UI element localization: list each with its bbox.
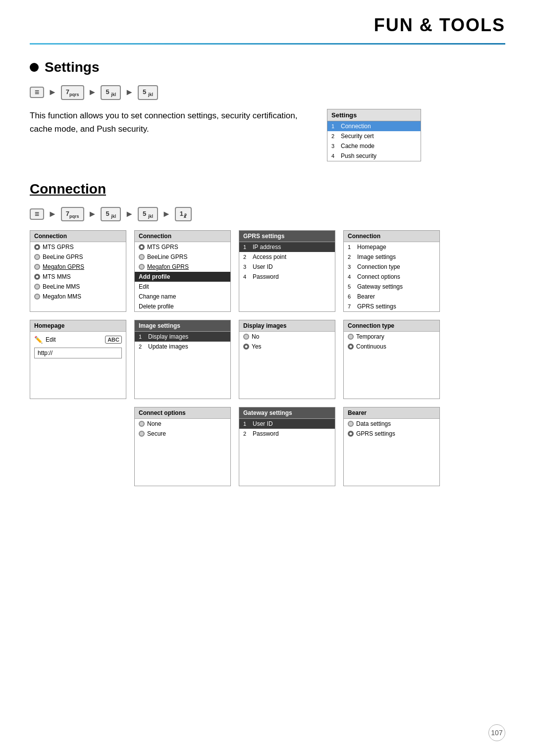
conn-sub-bearer[interactable]: 6 Bearer xyxy=(344,292,439,302)
header-title: FUN & TOOLS xyxy=(30,15,505,36)
conn-nav-arrow-3: ► xyxy=(125,209,134,219)
conn-nav-arrow-2: ► xyxy=(88,209,97,219)
settings-description: This function allows you to set connecti… xyxy=(30,109,307,136)
conn-mts-gprs: MTS GPRS xyxy=(30,242,126,252)
gprs-settings-screen: GPRS settings 1 IP address 2 Access poin… xyxy=(239,230,335,312)
conn-type-temporary[interactable]: Temporary xyxy=(344,332,439,342)
gprs-access-point[interactable]: 2 Access point xyxy=(239,252,335,262)
conn-screen1-header: Connection xyxy=(30,231,126,242)
radio2-mts-gprs xyxy=(139,244,145,250)
gprs-ip-address[interactable]: 1 IP address xyxy=(239,242,335,252)
item-num-3: 3 xyxy=(331,143,338,149)
page-number: 107 xyxy=(488,724,505,741)
bearer-gprs-settings[interactable]: GPRS settings xyxy=(344,429,439,439)
page-header: FUN & TOOLS xyxy=(0,0,535,41)
conn2-change-name[interactable]: Change name xyxy=(135,292,230,302)
settings-nav-breadcrumb: ☰ ► 7pqrs ► 5 jkl ► 5 jkl xyxy=(30,85,505,100)
connection-screen-1: Connection MTS GPRS BeeLine GPRS Megafon… xyxy=(30,230,126,312)
nav-menu-box: ☰ xyxy=(30,87,44,98)
connection-section-title: Connection xyxy=(30,181,505,197)
display-images-screen: Display images No Yes xyxy=(239,320,335,399)
connection-screens-row1: Connection MTS GPRS BeeLine GPRS Megafon… xyxy=(30,230,505,312)
connection-screens-row3: Connect options None Secure Gateway sett… xyxy=(134,407,505,486)
connection-screen-2: Connection MTS GPRS BeeLine GPRS Megafon… xyxy=(134,230,231,312)
conn-sub-connect-options[interactable]: 4 Connect options xyxy=(344,272,439,282)
settings-push-label: Push security xyxy=(341,152,376,159)
connection-submenu-screen: Connection 1 Homepage 2 Image settings 3… xyxy=(343,230,440,312)
conn-sub-image-settings[interactable]: 2 Image settings xyxy=(344,252,439,262)
conn-screen2-header: Connection xyxy=(135,231,230,242)
settings-connection-label: Connection xyxy=(341,123,371,130)
conn-sub-connection-type[interactable]: 3 Connection type xyxy=(344,262,439,272)
nav-arrow-2: ► xyxy=(88,87,97,98)
conn-sub-homepage[interactable]: 1 Homepage xyxy=(344,242,439,252)
conn-nav-1-box: 1☧ xyxy=(175,207,192,222)
gateway-password[interactable]: 2 Password xyxy=(239,429,335,439)
display-images-no[interactable]: No xyxy=(239,332,335,342)
connect-opt-none[interactable]: None xyxy=(135,419,230,429)
radio-megafon-mms xyxy=(34,294,40,300)
bullet-icon xyxy=(30,63,39,72)
main-content: Settings ☰ ► 7pqrs ► 5 jkl ► 5 jkl This … xyxy=(0,45,535,509)
nav-arrow-1: ► xyxy=(48,87,57,98)
conn-nav-menu-box: ☰ xyxy=(30,208,44,220)
display-images-yes[interactable]: Yes xyxy=(239,342,335,352)
radio-mts-mms xyxy=(34,274,40,280)
homepage-header: Homepage xyxy=(30,320,126,332)
homepage-edit-label[interactable]: Edit xyxy=(46,336,56,343)
item-num-1: 1 xyxy=(331,123,338,129)
radio-none xyxy=(139,421,145,427)
image-settings-header: Image settings xyxy=(135,320,230,332)
image-update-images[interactable]: 2 Update images xyxy=(135,342,230,352)
conn-nav-arrow-1: ► xyxy=(48,209,57,219)
nav-5jkl-box2: 5 jkl xyxy=(138,85,158,100)
image-settings-screen: Image settings 1 Display images 2 Update… xyxy=(134,320,231,399)
nav-arrow-3: ► xyxy=(125,87,134,98)
conn-nav-7pqrs-box: 7pqrs xyxy=(61,207,84,222)
connection-nav-breadcrumb: ☰ ► 7pqrs ► 5 jkl ► 5 jkl ► 1☧ xyxy=(30,207,505,222)
item-num-4: 4 xyxy=(331,153,338,159)
gateway-settings-header: Gateway settings xyxy=(239,407,335,419)
conn2-mts-gprs: MTS GPRS xyxy=(135,242,230,252)
gprs-user-id[interactable]: 3 User ID xyxy=(239,262,335,272)
image-display-images[interactable]: 1 Display images xyxy=(135,332,230,342)
conn-beeline-gprs: BeeLine GPRS xyxy=(30,252,126,262)
conn-nav-5jkl-box1: 5 jkl xyxy=(101,207,121,222)
bearer-data-settings[interactable]: Data settings xyxy=(344,419,439,429)
nav-5jkl-box1: 5 jkl xyxy=(101,85,121,100)
conn-type-continuous[interactable]: Continuous xyxy=(344,342,439,352)
conn2-add-profile[interactable]: Add profile xyxy=(135,272,230,282)
radio-data-settings xyxy=(348,421,354,427)
radio-no xyxy=(243,334,249,340)
conn-submenu-header: Connection xyxy=(344,231,439,242)
conn-nav-5jkl-box2: 5 jkl xyxy=(138,207,158,222)
homepage-body: ✏️ Edit ABC http:// xyxy=(30,332,126,362)
connection-section: Connection ☰ ► 7pqrs ► 5 jkl ► 5 jkl ► 1… xyxy=(30,181,505,487)
homepage-url-field[interactable]: http:// xyxy=(34,348,122,358)
conn-megafon-mms: Megafon MMS xyxy=(30,292,126,302)
conn2-delete-profile[interactable]: Delete profile xyxy=(135,302,230,311)
radio2-megafon-gprs xyxy=(139,264,145,270)
settings-panel-item-connection[interactable]: 1 Connection xyxy=(327,121,421,131)
radio-megafon-gprs xyxy=(34,264,40,270)
settings-panel-item-cache[interactable]: 3 Cache mode xyxy=(327,141,421,151)
radio-yes xyxy=(243,344,249,350)
display-images-header: Display images xyxy=(239,320,335,332)
connection-screens-row2: Homepage ✏️ Edit ABC http:// Image setti… xyxy=(30,320,505,399)
edit-icon: ✏️ xyxy=(34,336,43,344)
bearer-header: Bearer xyxy=(344,407,439,419)
gateway-user-id[interactable]: 1 User ID xyxy=(239,419,335,429)
conn-sub-gateway-settings[interactable]: 5 Gateway settings xyxy=(344,282,439,292)
conn-beeline-mms: BeeLine MMS xyxy=(30,282,126,292)
homepage-screen: Homepage ✏️ Edit ABC http:// xyxy=(30,320,126,399)
conn-megafon-gprs: Megafon GPRS xyxy=(30,262,126,272)
settings-panel-item-push[interactable]: 4 Push security xyxy=(327,151,421,161)
gprs-password[interactable]: 4 Password xyxy=(239,272,335,282)
homepage-edit-row: ✏️ Edit ABC xyxy=(34,336,122,344)
radio-temporary xyxy=(348,334,354,340)
settings-panel-item-security-cert[interactable]: 2 Security cert xyxy=(327,131,421,141)
connect-opt-secure[interactable]: Secure xyxy=(135,429,230,439)
gprs-settings-header: GPRS settings xyxy=(239,231,335,242)
conn-sub-gprs-settings[interactable]: 7 GPRS settings xyxy=(344,302,439,311)
conn2-edit[interactable]: Edit xyxy=(135,282,230,292)
